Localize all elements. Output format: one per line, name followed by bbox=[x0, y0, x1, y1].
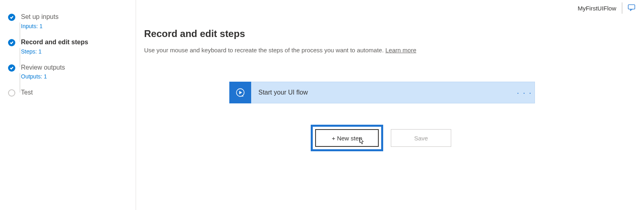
new-step-button[interactable]: + New step bbox=[315, 129, 379, 147]
page-title: Record and edit steps bbox=[144, 28, 620, 39]
play-loop-icon bbox=[229, 82, 251, 103]
main-content: Record and edit steps Use your mouse and… bbox=[136, 0, 644, 210]
step-connector bbox=[20, 48, 20, 67]
page-description: Use your mouse and keyboard to recreate … bbox=[144, 47, 620, 54]
step-title: Set up inputs bbox=[21, 13, 58, 21]
check-icon bbox=[8, 39, 15, 46]
pending-circle-icon bbox=[8, 89, 15, 97]
save-button[interactable]: Save bbox=[391, 129, 451, 147]
sidebar-step-inputs[interactable]: Set up inputs Inputs: 1 bbox=[8, 13, 128, 29]
flow-action-card[interactable]: Start your UI flow · · · bbox=[229, 82, 535, 103]
step-title: Review outputs bbox=[21, 64, 65, 72]
sidebar-step-test[interactable]: Test bbox=[8, 89, 128, 97]
step-subtitle: Inputs: 1 bbox=[21, 23, 58, 29]
learn-more-link[interactable]: Learn more bbox=[386, 47, 417, 54]
sidebar-step-record[interactable]: Record and edit steps Steps: 1 bbox=[8, 38, 128, 55]
step-title: Record and edit steps bbox=[21, 38, 88, 47]
step-subtitle: Outputs: 1 bbox=[21, 73, 65, 80]
wizard-sidebar: Set up inputs Inputs: 1 Record and edit … bbox=[0, 0, 136, 210]
flow-canvas: Start your UI flow · · · + New step Save bbox=[144, 82, 620, 149]
ellipsis-icon[interactable]: · · · bbox=[514, 88, 535, 97]
step-connector bbox=[20, 23, 20, 42]
check-icon bbox=[8, 14, 15, 21]
step-subtitle: Steps: 1 bbox=[21, 48, 88, 55]
check-icon bbox=[8, 64, 15, 72]
new-step-highlight: + New step bbox=[313, 127, 381, 149]
page-description-text: Use your mouse and keyboard to recreate … bbox=[144, 47, 386, 54]
step-title: Test bbox=[21, 89, 33, 97]
action-row: + New step Save bbox=[313, 127, 451, 149]
sidebar-step-outputs[interactable]: Review outputs Outputs: 1 bbox=[8, 64, 128, 80]
flow-card-title: Start your UI flow bbox=[251, 89, 514, 96]
step-connector bbox=[20, 73, 20, 93]
